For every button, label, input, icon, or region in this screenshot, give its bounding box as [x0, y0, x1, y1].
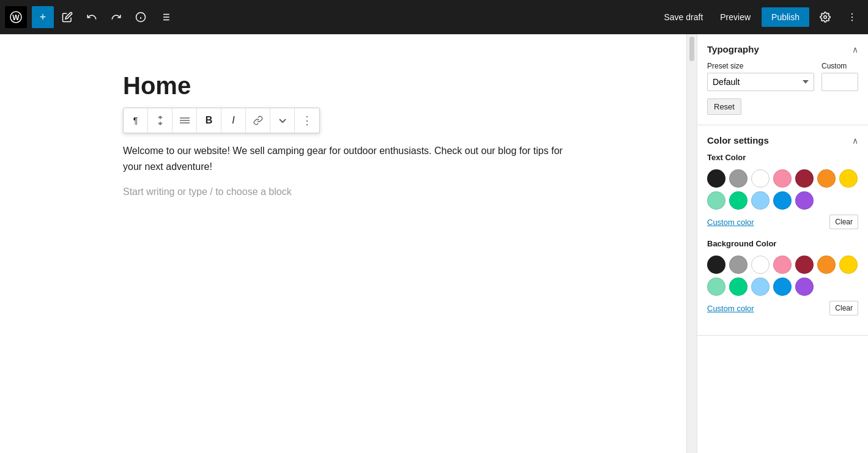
more-options-dropdown-button[interactable] [270, 108, 295, 133]
text-color-swatch-orange[interactable] [817, 169, 836, 188]
text-custom-color-button[interactable]: Custom color [707, 218, 754, 227]
text-color-swatch-gray[interactable] [729, 169, 747, 188]
bg-color-swatch-green[interactable] [729, 278, 747, 296]
bg-color-footer: Custom color Clear [707, 301, 858, 315]
more-options-button[interactable] [841, 6, 863, 28]
svg-point-12 [851, 13, 853, 15]
typography-chevron-icon: ∧ [852, 45, 858, 54]
bg-color-swatch-light-blue[interactable] [751, 278, 770, 296]
bg-color-swatch-white[interactable] [751, 256, 770, 274]
typography-title: Typography [707, 44, 759, 54]
svg-point-13 [851, 17, 853, 18]
bg-custom-color-button[interactable]: Custom color [707, 304, 754, 313]
redo-button[interactable] [105, 6, 127, 28]
text-color-footer: Custom color Clear [707, 215, 858, 229]
color-settings-title: Color settings [707, 135, 769, 145]
top-toolbar: W + Save draft Preview Publish [0, 0, 868, 34]
color-settings-section: Color settings ∧ Text Color Custom color… [697, 125, 868, 336]
text-color-swatch-purple[interactable] [795, 191, 814, 210]
right-panel: Typography ∧ Preset size Default Custom [697, 34, 868, 453]
preset-size-select[interactable]: Default [707, 73, 814, 91]
custom-label: Custom [822, 62, 858, 70]
block-toolbar: ¶ B I [123, 108, 320, 133]
info-button[interactable] [130, 6, 152, 28]
link-button[interactable] [246, 108, 270, 133]
text-color-swatch-yellow[interactable] [839, 169, 858, 188]
bg-color-swatch-orange[interactable] [817, 256, 836, 274]
bg-color-swatch-pink[interactable] [773, 256, 792, 274]
editor-inner: Home ¶ B I [98, 34, 588, 234]
move-block-button[interactable] [148, 108, 172, 133]
editor-scroll-container: Home ¶ B I [0, 34, 697, 453]
bold-button[interactable]: B [197, 108, 221, 133]
text-color-swatch-green[interactable] [729, 191, 747, 210]
typography-content: Preset size Default Custom Reset [697, 62, 868, 125]
wordpress-logo[interactable]: W [5, 6, 27, 28]
block-options-button[interactable]: ⋮ [295, 108, 319, 133]
text-color-label: Text Color [707, 153, 858, 162]
align-button[interactable] [172, 108, 197, 133]
color-settings-content: Text Color Custom color Clear Background… [697, 153, 868, 335]
custom-group: Custom [822, 62, 858, 91]
custom-size-input[interactable] [822, 73, 858, 91]
text-color-swatch-pink[interactable] [773, 169, 792, 188]
preset-size-row: Preset size Default Custom [707, 62, 858, 91]
preset-size-label: Preset size [707, 62, 814, 70]
page-heading[interactable]: Home [123, 71, 563, 100]
text-color-swatch-dark-red[interactable] [795, 169, 814, 188]
text-color-swatches [707, 169, 858, 210]
reset-button[interactable]: Reset [707, 98, 741, 115]
paragraph-type-button[interactable]: ¶ [124, 108, 148, 133]
main-layout: Home ¶ B I [0, 34, 868, 453]
scroll-thumb[interactable] [689, 37, 694, 61]
bg-color-swatch-gray[interactable] [729, 256, 747, 274]
text-color-swatch-blue[interactable] [773, 191, 792, 210]
svg-point-14 [851, 20, 853, 21]
text-color-swatch-white[interactable] [751, 169, 770, 188]
paragraph-block[interactable]: Welcome to our website! We sell camping … [123, 143, 563, 174]
bg-clear-button[interactable]: Clear [829, 301, 858, 315]
edit-button[interactable] [56, 6, 78, 28]
bg-color-swatch-purple[interactable] [795, 278, 814, 296]
text-color-swatch-light-blue[interactable] [751, 191, 770, 210]
text-color-swatch-black[interactable] [707, 169, 725, 188]
publish-button[interactable]: Publish [762, 7, 809, 27]
editor-scrollbar[interactable] [687, 34, 697, 453]
save-draft-button[interactable]: Save draft [658, 9, 709, 26]
undo-button[interactable] [81, 6, 103, 28]
bg-color-swatch-black[interactable] [707, 256, 725, 274]
svg-point-11 [824, 16, 827, 19]
editor-area[interactable]: Home ¶ B I [0, 34, 687, 453]
bg-color-swatches [707, 256, 858, 296]
text-color-swatch-light-green[interactable] [707, 191, 725, 210]
typography-section: Typography ∧ Preset size Default Custom [697, 34, 868, 125]
italic-button[interactable]: I [221, 108, 246, 133]
bg-color-swatch-yellow[interactable] [839, 256, 858, 274]
preview-button[interactable]: Preview [714, 9, 757, 26]
color-settings-chevron-icon: ∧ [852, 136, 858, 145]
bg-color-swatch-dark-red[interactable] [795, 256, 814, 274]
color-settings-section-header[interactable]: Color settings ∧ [697, 125, 868, 153]
typography-section-header[interactable]: Typography ∧ [697, 34, 868, 62]
bg-color-swatch-light-green[interactable] [707, 278, 725, 296]
start-writing-placeholder[interactable]: Start writing or type / to choose a bloc… [123, 186, 563, 197]
bg-color-swatch-blue[interactable] [773, 278, 792, 296]
text-clear-button[interactable]: Clear [829, 215, 858, 229]
top-bar-right: Save draft Preview Publish [658, 6, 863, 28]
preset-size-group: Preset size Default [707, 62, 814, 91]
svg-text:W: W [12, 13, 20, 22]
settings-button[interactable] [814, 6, 836, 28]
list-view-button[interactable] [154, 6, 176, 28]
add-block-button[interactable]: + [32, 6, 54, 28]
bg-color-label: Background Color [707, 239, 858, 248]
